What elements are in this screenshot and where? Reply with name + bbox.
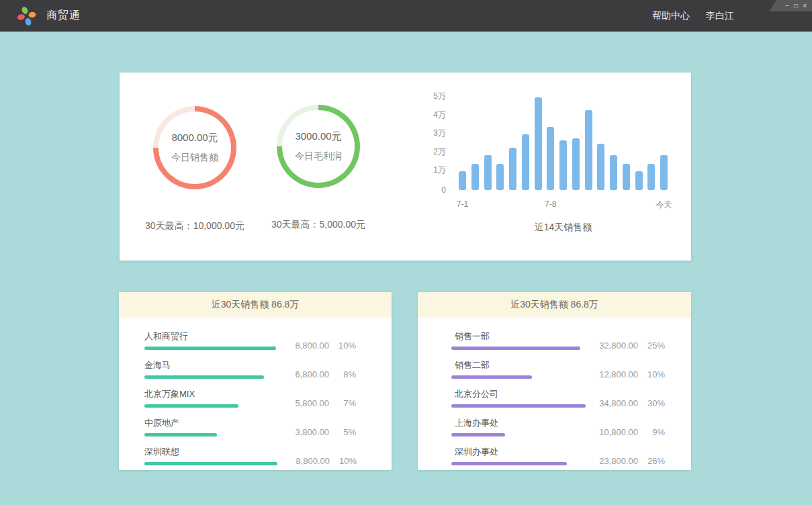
row-name: 北京万象MIX <box>144 388 277 400</box>
topbar-menu: 帮助中心 李白江 <box>652 0 734 32</box>
card-body: 销售一部 32,800.00 25% 销售二部 12,800.00 10% 北京… <box>418 318 691 465</box>
close-icon[interactable]: × <box>803 3 807 9</box>
today-summary-card: 8000.00元 今日销售额 30天最高：10,000.00元 3000.00元… <box>120 73 691 261</box>
bar <box>547 127 554 190</box>
department-sales-rank-card: 近30天销售额 86.8万 销售一部 32,800.00 25% 销售二部 12… <box>418 292 691 470</box>
today-sales-value: 8000.00元 <box>171 132 218 144</box>
row-amount: 6,800.00 <box>277 369 329 379</box>
minimize-icon[interactable]: − <box>785 3 789 9</box>
row-progress-bar <box>144 462 277 465</box>
row-percent: 8% <box>329 369 356 379</box>
row-name: 深圳联想 <box>144 446 277 458</box>
row-amount: 34,800.00 <box>586 398 638 408</box>
row-percent: 26% <box>638 456 665 466</box>
row-name: 金海马 <box>144 359 277 371</box>
bar <box>459 171 466 190</box>
row-percent: 10% <box>330 456 357 466</box>
sales-rank-row: 北京分公司 34,800.00 30% <box>451 388 665 408</box>
row-percent: 10% <box>638 369 665 379</box>
row-amount: 23,800.00 <box>586 456 638 466</box>
help-center-link[interactable]: 帮助中心 <box>652 10 690 22</box>
bar <box>471 164 479 190</box>
row-amount: 32,800.00 <box>586 340 638 351</box>
row-amount: 8,800.00 <box>277 340 329 351</box>
row-percent: 30% <box>638 398 665 408</box>
sales-rank-row: 上海办事处 10,800.00 9% <box>451 417 665 437</box>
maximize-icon[interactable]: □ <box>794 3 798 9</box>
sales-rank-row: 深圳联想 8,800.00 10% <box>144 446 356 465</box>
today-sales-30d-max: 30天最高：10,000.00元 <box>133 220 257 232</box>
sales-rank-row: 金海马 6,800.00 8% <box>144 359 356 379</box>
row-name: 销售一部 <box>451 330 586 342</box>
bar <box>484 155 492 190</box>
sales-rank-row: 北京万象MIX 5,800.00 7% <box>144 388 356 408</box>
row-amount: 10,800.00 <box>586 427 638 437</box>
sales-rank-row: 中原地产 3,800.00 5% <box>144 417 356 437</box>
row-amount: 3,800.00 <box>277 427 329 437</box>
x-tick-label: 7-8 <box>545 199 556 209</box>
pinwheel-logo-icon <box>17 6 37 26</box>
customer-sales-rank-card: 近30天销售额 86.8万 人和商贸行 8,800.00 10% 金海马 6,8… <box>119 292 392 470</box>
bar <box>522 134 529 190</box>
x-tick-label: 7-1 <box>457 199 468 209</box>
sales-rank-row: 销售一部 32,800.00 25% <box>451 330 665 350</box>
today-sales-gauge: 8000.00元 今日销售额 30天最高：10,000.00元 <box>133 106 257 232</box>
y-axis: 01万2万3万4万5万 <box>414 97 446 190</box>
y-tick-label: 0 <box>441 185 446 195</box>
card-title: 近30天销售额 86.8万 <box>510 299 598 311</box>
bar <box>597 144 604 190</box>
sales-rank-row: 人和商贸行 8,800.00 10% <box>144 330 356 350</box>
row-name: 北京分公司 <box>451 388 586 400</box>
today-profit-ring: 3000.00元 今日毛利润 <box>277 105 360 188</box>
bar <box>647 164 655 190</box>
row-name: 销售二部 <box>451 359 586 371</box>
row-progress-bar <box>144 375 264 379</box>
title-bar: 商贸通 帮助中心 李白江 − □ × <box>0 0 812 32</box>
x-axis: 7-17-8今天 <box>459 199 668 210</box>
row-amount: 12,800.00 <box>586 369 638 379</box>
y-tick-label: 1万 <box>433 165 446 176</box>
bar <box>496 164 504 190</box>
y-tick-label: 4万 <box>433 109 446 121</box>
y-tick-label: 2万 <box>433 146 446 158</box>
bar <box>585 110 592 190</box>
row-progress-bar <box>451 375 532 379</box>
chart-title: 近14天销售额 <box>459 222 668 234</box>
window-controls: − □ × <box>769 0 812 11</box>
row-percent: 7% <box>329 398 356 408</box>
row-progress-bar <box>144 433 217 437</box>
row-name: 人和商贸行 <box>144 330 277 342</box>
row-percent: 10% <box>329 340 356 351</box>
today-sales-caption: 今日销售额 <box>171 152 218 164</box>
app-title: 商贸通 <box>46 9 81 23</box>
row-name: 深圳办事处 <box>451 446 586 458</box>
bar <box>635 171 643 190</box>
bar <box>559 140 567 191</box>
today-profit-gauge: 3000.00元 今日毛利润 30天最高：5,000.00元 <box>257 105 380 231</box>
row-progress-bar <box>144 347 276 350</box>
card-title: 近30天销售额 86.8万 <box>212 299 300 311</box>
row-percent: 25% <box>638 340 665 351</box>
today-profit-30d-max: 30天最高：5,000.00元 <box>257 219 380 231</box>
card-body: 人和商贸行 8,800.00 10% 金海马 6,800.00 8% 北京万象M… <box>119 318 392 465</box>
y-tick-label: 3万 <box>433 128 446 139</box>
bar <box>610 155 617 190</box>
bar <box>535 97 542 190</box>
row-progress-bar <box>451 462 567 465</box>
row-name: 中原地产 <box>144 417 277 429</box>
today-sales-ring: 8000.00元 今日销售额 <box>153 106 236 189</box>
sales-rank-row: 深圳办事处 23,800.00 26% <box>451 446 665 465</box>
row-progress-bar <box>451 347 580 350</box>
user-name-link[interactable]: 李白江 <box>706 10 734 22</box>
row-progress-bar <box>144 404 238 408</box>
row-percent: 5% <box>329 427 356 437</box>
bar-plot <box>459 97 668 190</box>
row-percent: 9% <box>638 427 665 437</box>
row-progress-bar <box>451 404 586 408</box>
x-tick-label: 今天 <box>656 199 672 211</box>
bar <box>660 155 668 190</box>
y-tick-label: 5万 <box>433 91 446 102</box>
bar <box>509 148 516 191</box>
row-amount: 8,800.00 <box>277 456 330 466</box>
sales-rank-row: 销售二部 12,800.00 10% <box>451 359 665 379</box>
